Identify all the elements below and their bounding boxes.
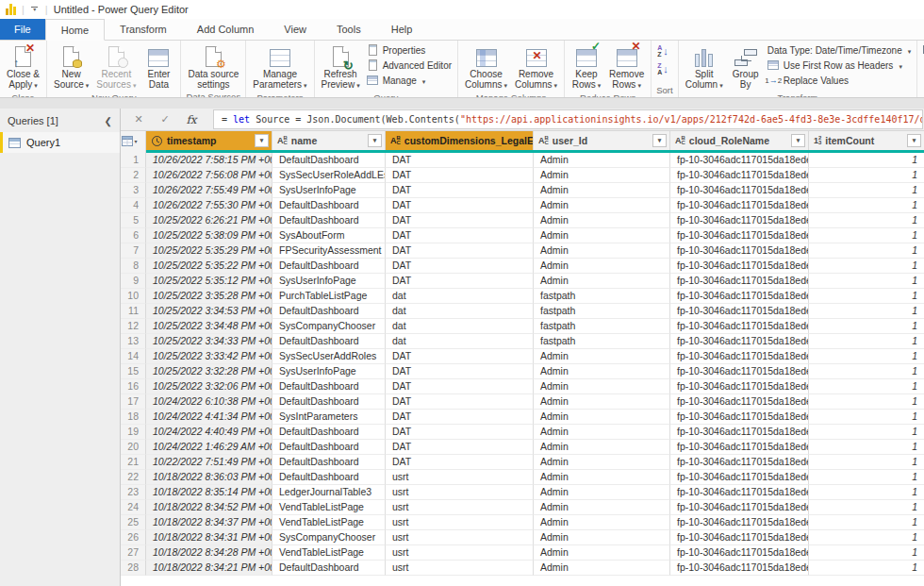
cell-legal[interactable]: usrt	[386, 485, 534, 500]
tab-home[interactable]: Home	[45, 19, 105, 41]
row-number[interactable]: 2	[121, 168, 146, 183]
remove-columns-button[interactable]: ✕ Remove Columns	[511, 42, 561, 92]
cell-user[interactable]: Admin	[534, 394, 670, 410]
cell-legal[interactable]: DAT	[386, 274, 534, 289]
cell-user[interactable]: Admin	[534, 500, 670, 515]
cell-role[interactable]: fp-10-3046adc117015da18edevaos	[670, 213, 809, 228]
tab-add-column[interactable]: Add Column	[182, 19, 270, 40]
cell-legal[interactable]: DAT	[386, 213, 534, 228]
cell-count[interactable]: 1	[809, 168, 924, 183]
cell-legal[interactable]: usrt	[386, 561, 534, 576]
refresh-preview-button[interactable]: ↻ Refresh Preview	[318, 42, 364, 92]
filter-dropdown-user-id[interactable]	[652, 134, 667, 147]
row-number[interactable]: 25	[121, 515, 146, 530]
row-number[interactable]: 11	[121, 304, 146, 319]
cell-timestamp[interactable]: 10/24/2022 6:10:38 PM +00:00	[146, 394, 272, 410]
filter-dropdown-timestamp[interactable]	[255, 134, 269, 147]
cell-count[interactable]: 1	[809, 334, 924, 349]
row-number[interactable]: 22	[121, 470, 146, 485]
cell-count[interactable]: 1	[809, 470, 924, 485]
row-number[interactable]: 4	[121, 198, 146, 213]
cell-count[interactable]: 1	[809, 228, 924, 243]
cell-legal[interactable]: DAT	[386, 349, 534, 364]
cell-user[interactable]: Admin	[534, 561, 670, 576]
cell-user[interactable]: Admin	[534, 485, 670, 500]
cell-name[interactable]: SysSecUserRoleAddLEs	[272, 168, 386, 183]
row-number[interactable]: 12	[121, 319, 146, 334]
cell-name[interactable]: DefaultDashboard	[272, 259, 386, 274]
row-number[interactable]: 23	[121, 485, 146, 500]
cell-count[interactable]: 1	[809, 485, 924, 500]
row-number[interactable]: 14	[121, 349, 146, 364]
manage-button[interactable]: Manage	[364, 73, 454, 88]
cell-timestamp[interactable]: 10/25/2022 3:32:06 PM +00:00	[146, 379, 272, 394]
cell-count[interactable]: 1	[809, 364, 924, 379]
cell-count[interactable]: 1	[809, 304, 924, 319]
cell-role[interactable]: fp-10-3046adc117015da18edevaos	[670, 545, 809, 561]
cell-role[interactable]: fp-10-3046adc117015da18edevaos	[670, 515, 809, 530]
cell-legal[interactable]: usrt	[386, 470, 534, 485]
cell-user[interactable]: Admin	[534, 364, 670, 379]
cell-role[interactable]: fp-10-3046adc117015da18edevaos	[670, 425, 809, 440]
cell-user[interactable]: Admin	[534, 274, 670, 289]
recent-sources-button[interactable]: Recent Sources	[92, 42, 140, 92]
cell-timestamp[interactable]: 10/26/2022 7:55:30 PM +00:00	[146, 198, 272, 213]
row-number[interactable]: 26	[121, 530, 146, 545]
cell-name[interactable]: LedgerJournalTable3	[272, 485, 386, 500]
cell-timestamp[interactable]: 10/18/2022 8:36:03 PM +00:00	[146, 470, 272, 485]
cell-name[interactable]: SysUserInfoPage	[272, 274, 386, 289]
row-number[interactable]: 9	[121, 274, 146, 289]
cell-user[interactable]: fastpath	[534, 304, 670, 319]
column-header-user-id[interactable]: ABC user_Id	[534, 131, 670, 150]
enter-data-button[interactable]: Enter Data	[140, 42, 177, 92]
cell-name[interactable]: VendTableListPage	[272, 515, 386, 530]
cell-user[interactable]: Admin	[534, 455, 670, 470]
cell-timestamp[interactable]: 10/25/2022 3:34:53 PM +00:00	[146, 304, 272, 319]
row-number[interactable]: 19	[121, 425, 146, 440]
cell-role[interactable]: fp-10-3046adc117015da18edevaos	[670, 168, 809, 183]
cell-legal[interactable]: DAT	[386, 379, 534, 394]
cell-name[interactable]: SysSecUserAddRoles	[272, 349, 386, 364]
row-number[interactable]: 18	[121, 410, 146, 425]
sidebar-item-query1[interactable]: Query1	[0, 132, 120, 153]
cell-name[interactable]: DefaultDashboard	[272, 470, 386, 485]
cell-count[interactable]: 1	[809, 561, 924, 576]
cell-user[interactable]: fastpath	[534, 289, 670, 304]
cell-count[interactable]: 1	[809, 274, 924, 289]
cell-count[interactable]: 1	[809, 515, 924, 530]
cell-legal[interactable]: usrt	[386, 515, 534, 530]
data-source-settings-button[interactable]: ⚙ Data source settings	[184, 42, 242, 92]
column-header-customdimensions-legalentity[interactable]: ABC customDimensions_LegalEntity	[386, 131, 534, 150]
row-number[interactable]: 1	[121, 153, 146, 168]
cell-timestamp[interactable]: 10/25/2022 3:34:48 PM +00:00	[146, 319, 272, 334]
cell-count[interactable]: 1	[809, 319, 924, 334]
cell-timestamp[interactable]: 10/25/2022 5:38:09 PM +00:00	[146, 228, 272, 243]
tab-view[interactable]: View	[269, 19, 322, 40]
merge-queries-button[interactable]: Merge Queries	[920, 42, 924, 58]
cell-timestamp[interactable]: 10/18/2022 8:34:37 PM +00:00	[146, 515, 272, 530]
filter-dropdown-itemcount[interactable]	[907, 134, 921, 147]
column-header-name[interactable]: ABC name	[272, 131, 386, 150]
cell-timestamp[interactable]: 10/25/2022 5:35:29 PM +00:00	[146, 243, 272, 259]
cell-timestamp[interactable]: 10/25/2022 3:33:42 PM +00:00	[146, 349, 272, 364]
cell-user[interactable]: Admin	[534, 198, 670, 213]
cell-role[interactable]: fp-10-3046adc117015da18edevaos	[670, 183, 809, 198]
cell-name[interactable]: DefaultDashboard	[272, 394, 386, 410]
cell-timestamp[interactable]: 10/18/2022 8:34:31 PM +00:00	[146, 530, 272, 545]
row-number[interactable]: 28	[121, 561, 146, 576]
commit-formula-button[interactable]: ✓	[153, 113, 177, 126]
row-number[interactable]: 17	[121, 394, 146, 410]
cell-name[interactable]: DefaultDashboard	[272, 561, 386, 576]
combine-files-button[interactable]: Combine Files	[920, 73, 924, 88]
cell-count[interactable]: 1	[809, 425, 924, 440]
cell-legal[interactable]: usrt	[386, 530, 534, 545]
cell-role[interactable]: fp-10-3046adc117015da18edevaos	[670, 379, 809, 394]
use-first-row-as-headers-button[interactable]: Use First Row as Headers	[765, 58, 915, 73]
cell-legal[interactable]: DAT	[386, 440, 534, 455]
cell-timestamp[interactable]: 10/18/2022 8:34:21 PM +00:00	[146, 561, 272, 576]
cell-user[interactable]: Admin	[534, 530, 670, 545]
cell-role[interactable]: fp-10-3046adc117015da18edevaos	[670, 394, 809, 410]
cell-timestamp[interactable]: 10/18/2022 8:35:14 PM +00:00	[146, 485, 272, 500]
append-queries-button[interactable]: Append Queries	[920, 58, 924, 73]
cell-name[interactable]: DefaultDashboard	[272, 425, 386, 440]
